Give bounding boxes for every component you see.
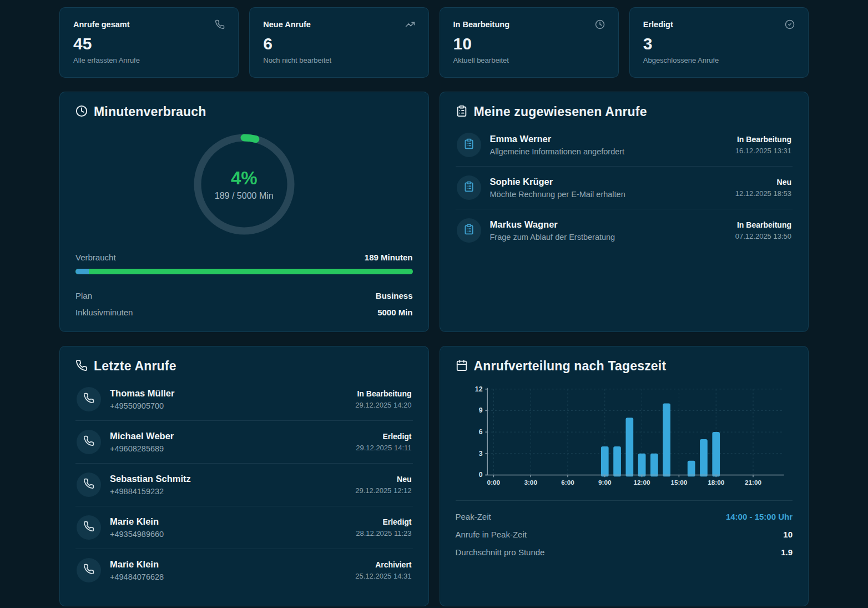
card-title: Anrufverteilung nach Tageszeit — [474, 359, 667, 374]
status-badge: Erledigt — [356, 517, 411, 526]
peak-calls-value: 10 — [783, 530, 793, 539]
avatar — [77, 473, 101, 497]
check-circle-icon — [785, 19, 795, 29]
svg-text:18:00: 18:00 — [708, 479, 724, 486]
call-description: Möchte Rechnung per E-Mail erhalten — [490, 190, 726, 199]
minutes-progress-bar — [75, 269, 413, 274]
call-date: 07.12.2025 13:50 — [735, 232, 791, 240]
stat-card-in-progress: In Bearbeitung 10 Aktuell bearbeitet — [440, 7, 619, 78]
svg-text:12:00: 12:00 — [633, 479, 650, 486]
stat-card-total-calls: Anrufe gesamt 45 Alle erfassten Anrufe — [59, 7, 239, 78]
svg-text:6:00: 6:00 — [561, 479, 574, 486]
stat-value: 10 — [453, 34, 605, 53]
card-title: Meine zugewiesenen Anrufe — [474, 104, 647, 119]
recent-call-row[interactable]: Marie Klein+49354989660Erledigt28.12.202… — [75, 506, 413, 549]
status-badge: Archiviert — [355, 560, 411, 569]
stat-card-new-calls: Neue Anrufe 6 Noch nicht bearbeitet — [249, 7, 428, 78]
recent-calls-card: Letzte Anrufe Thomas Müller+49550905700I… — [59, 346, 429, 606]
caller-name: Michael Weber — [110, 431, 347, 441]
svg-text:3:00: 3:00 — [524, 479, 537, 486]
assigned-calls-list: Emma Werner Allgemeine Informationen ang… — [456, 124, 793, 252]
avg-per-hour-label: Durchschnitt pro Stunde — [456, 547, 545, 557]
svg-text:15:00: 15:00 — [670, 479, 687, 486]
calendar-icon — [456, 359, 468, 374]
call-description: Frage zum Ablauf der Erstberatung — [490, 233, 726, 242]
assigned-call-row[interactable]: Markus Wagner Frage zum Ablauf der Erstb… — [456, 209, 793, 252]
status-badge: Neu — [735, 178, 791, 187]
status-badge: In Bearbeitung — [735, 220, 791, 229]
peak-time-value: 14:00 - 15:00 Uhr — [726, 512, 793, 521]
svg-text:6: 6 — [478, 428, 482, 436]
used-label: Verbraucht — [75, 253, 116, 262]
dashboard: Anrufe gesamt 45 Alle erfassten Anrufe N… — [59, 0, 809, 608]
caller-name: Marie Klein — [110, 559, 346, 570]
caller-phone-number: +49884159232 — [110, 487, 346, 496]
stat-card-done: Erledigt 3 Abgeschlossene Anrufe — [629, 7, 809, 78]
used-value: 189 Minuten — [365, 253, 413, 262]
call-date: 29.12.2025 14:20 — [355, 401, 411, 409]
call-date: 29.12.2025 12:12 — [355, 486, 411, 495]
svg-text:9:00: 9:00 — [598, 479, 612, 486]
minutes-usage-card: Minutenverbrauch 4% 189 / 5000 Min Verbr… — [59, 92, 429, 332]
stat-subtitle: Alle erfassten Anrufe — [73, 56, 225, 64]
stat-subtitle: Noch nicht bearbeitet — [263, 56, 415, 64]
caller-phone-number: +49608285689 — [110, 444, 347, 453]
svg-text:0:00: 0:00 — [487, 479, 500, 486]
svg-text:9: 9 — [478, 406, 482, 414]
card-title: Minutenverbrauch — [94, 104, 206, 119]
avatar — [457, 218, 481, 243]
peak-calls-label: Anrufe in Peak-Zeit — [456, 530, 527, 539]
hourly-calls-bar-chart: 0369120:003:006:009:0012:0015:0018:0021:… — [468, 384, 789, 490]
recent-calls-list: Thomas Müller+49550905700In Bearbeitung2… — [75, 378, 413, 591]
avatar — [457, 133, 481, 157]
included-minutes-value: 5000 Min — [377, 308, 412, 317]
avatar — [77, 558, 101, 582]
stat-label: Erledigt — [643, 20, 673, 29]
caller-name: Sebastian Schmitz — [110, 474, 346, 484]
recent-call-row[interactable]: Marie Klein+49484076628Archiviert25.12.2… — [75, 549, 413, 591]
stat-label: Anrufe gesamt — [73, 20, 130, 29]
usage-fraction: 189 / 5000 Min — [215, 191, 274, 201]
avatar — [77, 387, 101, 411]
svg-text:21:00: 21:00 — [744, 479, 761, 486]
stat-value: 3 — [643, 34, 795, 53]
caller-name: Emma Werner — [490, 134, 726, 144]
stat-value: 45 — [73, 34, 225, 53]
card-title: Letzte Anrufe — [94, 359, 176, 374]
avatar — [77, 430, 101, 454]
svg-text:3: 3 — [478, 450, 482, 458]
call-distribution-card: Anrufverteilung nach Tageszeit 0369120:0… — [440, 346, 809, 606]
clipboard-icon — [463, 181, 475, 194]
call-date: 29.12.2025 14:11 — [356, 444, 411, 452]
call-date: 16.12.2025 13:31 — [735, 147, 791, 155]
stats-row: Anrufe gesamt 45 Alle erfassten Anrufe N… — [59, 7, 809, 78]
included-minutes-label: Inklusivminuten — [75, 308, 133, 317]
recent-call-row[interactable]: Thomas Müller+49550905700In Bearbeitung2… — [75, 378, 413, 421]
caller-name: Marie Klein — [110, 516, 347, 527]
stat-label: In Bearbeitung — [453, 20, 510, 29]
assigned-call-row[interactable]: Emma Werner Allgemeine Informationen ang… — [456, 124, 793, 167]
clipboard-icon — [456, 105, 468, 119]
recent-call-row[interactable]: Sebastian Schmitz+49884159232Neu29.12.20… — [75, 464, 413, 506]
call-description: Allgemeine Informationen angefordert — [490, 147, 726, 156]
assigned-call-row[interactable]: Sophie Krüger Möchte Rechnung per E-Mail… — [456, 167, 793, 209]
avg-per-hour-value: 1.9 — [781, 547, 793, 557]
assigned-calls-card: Meine zugewiesenen Anrufe Emma Werner Al… — [440, 92, 809, 332]
usage-percent: 4% — [231, 168, 258, 189]
phone-icon — [83, 393, 94, 406]
minutes-progress-bar-used — [75, 269, 89, 274]
phone-icon — [83, 521, 94, 534]
clipboard-icon — [463, 224, 475, 237]
caller-phone-number: +49550905700 — [110, 401, 346, 410]
plan-value: Business — [376, 291, 413, 300]
trending-up-icon — [405, 19, 415, 29]
phone-icon — [83, 435, 94, 449]
caller-phone-number: +49354989660 — [110, 530, 347, 539]
recent-call-row[interactable]: Michael Weber+49608285689Erledigt29.12.2… — [75, 421, 413, 464]
caller-phone-number: +49484076628 — [110, 572, 346, 581]
call-date: 28.12.2025 11:23 — [356, 529, 411, 537]
call-date: 25.12.2025 14:31 — [355, 572, 411, 580]
status-badge: In Bearbeitung — [355, 389, 411, 398]
status-badge: In Bearbeitung — [735, 135, 791, 144]
chart-summary: Peak-Zeit 14:00 - 15:00 Uhr Anrufe in Pe… — [456, 500, 793, 557]
